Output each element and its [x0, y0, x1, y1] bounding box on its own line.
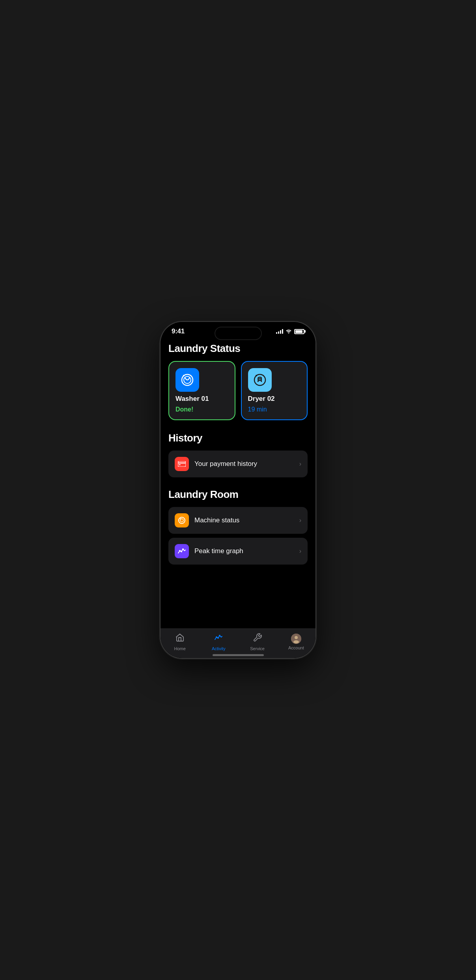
account-icon [291, 634, 301, 644]
activity-icon [214, 633, 223, 645]
laundry-room-section: Laundry Room Machine status › [168, 488, 308, 565]
washer-icon [175, 368, 199, 392]
machine-cards: Washer 01 Done! [168, 361, 308, 420]
washer-status: Done! [175, 406, 193, 413]
tab-activity-label: Activity [212, 646, 226, 651]
svg-rect-7 [178, 461, 186, 467]
signal-bar-2 [278, 331, 279, 334]
avatar [291, 634, 301, 644]
status-time: 9:41 [172, 327, 185, 335]
svg-point-2 [183, 375, 185, 376]
home-indicator [161, 655, 315, 658]
battery-icon [294, 329, 304, 334]
wifi-icon [286, 328, 292, 335]
svg-point-15 [182, 548, 184, 550]
machine-status-icon [175, 513, 189, 527]
tab-account-label: Account [288, 645, 304, 650]
tab-service-label: Service [250, 646, 265, 651]
peak-time-chevron: › [299, 548, 301, 555]
svg-point-10 [179, 517, 185, 524]
signal-bars-icon [276, 329, 283, 334]
home-icon [175, 633, 185, 645]
svg-rect-9 [179, 464, 181, 465]
home-indicator-bar [213, 654, 264, 656]
svg-point-16 [216, 636, 217, 638]
dryer-icon [248, 368, 272, 392]
svg-point-21 [293, 640, 299, 643]
laundry-status-title: Laundry Status [168, 342, 308, 355]
payment-history-chevron: › [299, 460, 301, 468]
machine-status-item[interactable]: Machine status › [168, 507, 308, 534]
laundry-room-title: Laundry Room [168, 488, 308, 501]
svg-rect-8 [178, 462, 186, 464]
peak-time-label: Peak time graph [194, 547, 294, 555]
peak-time-icon [175, 544, 189, 558]
svg-point-17 [217, 637, 219, 639]
svg-point-13 [179, 550, 181, 552]
tab-home[interactable]: Home [166, 633, 194, 655]
status-icons [276, 328, 304, 335]
signal-bar-3 [280, 330, 281, 334]
signal-bar-4 [282, 329, 283, 334]
washer-name: Washer 01 [175, 395, 209, 403]
battery-fill [295, 330, 302, 333]
svg-point-5 [256, 375, 257, 376]
dryer-status: 19 min [248, 406, 267, 413]
tab-activity[interactable]: Activity [205, 633, 232, 655]
svg-point-18 [219, 635, 220, 636]
svg-point-20 [295, 636, 298, 639]
dryer-name: Dryer 02 [248, 395, 275, 403]
payment-history-icon [175, 457, 189, 471]
svg-point-6 [263, 375, 264, 376]
washer-card[interactable]: Washer 01 Done! [168, 361, 235, 420]
machine-status-label: Machine status [194, 516, 294, 524]
dynamic-island [215, 327, 262, 340]
payment-history-label: Your payment history [194, 460, 294, 468]
machine-status-chevron: › [299, 517, 301, 524]
signal-bar-1 [276, 332, 277, 334]
tab-home-label: Home [174, 646, 185, 651]
payment-history-item[interactable]: Your payment history › [168, 451, 308, 477]
status-bar: 9:41 [161, 322, 315, 339]
history-section: History Your payment history › [168, 432, 308, 477]
tab-bar: Home Activity [161, 628, 315, 655]
phone-frame: 9:41 [161, 322, 315, 658]
history-title: History [168, 432, 308, 444]
svg-point-14 [181, 551, 182, 552]
tab-service[interactable]: Service [244, 633, 271, 655]
service-icon [253, 633, 262, 645]
screen: 9:41 [161, 322, 315, 658]
tab-account[interactable]: Account [282, 634, 310, 654]
svg-point-3 [190, 375, 192, 376]
peak-time-item[interactable]: Peak time graph › [168, 538, 308, 565]
dryer-card[interactable]: Dryer 02 19 min [241, 361, 308, 420]
scroll-content[interactable]: Laundry Status Washer 01 Done! [161, 339, 315, 628]
svg-point-12 [180, 518, 181, 520]
